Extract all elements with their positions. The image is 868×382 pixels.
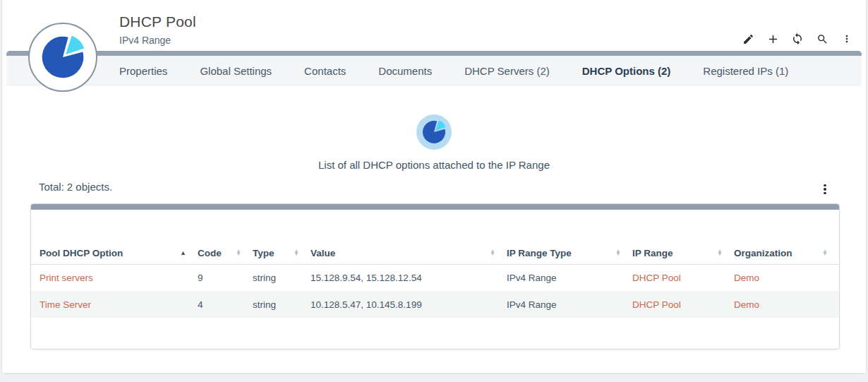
- tab-properties[interactable]: Properties: [119, 65, 167, 77]
- table-menu-button[interactable]: [818, 181, 832, 198]
- sort-ascending-icon[interactable]: ▲: [180, 250, 186, 256]
- value-cell: 15.128.9.54, 15.128.12.54: [311, 264, 507, 291]
- column-header-organization[interactable]: Organization ▲▼: [734, 242, 839, 264]
- total-count: Total: 2 objects.: [39, 181, 112, 193]
- list-description: List of all DHCP options attached to the…: [2, 159, 866, 171]
- value-cell: 10.128.5.47, 10.145.8.199: [311, 291, 507, 318]
- edit-icon: [742, 33, 754, 45]
- column-header-ip-range-type[interactable]: IP Range Type ▲▼: [507, 242, 632, 264]
- ip-range-link[interactable]: DHCP Pool: [632, 273, 681, 283]
- table-header-row: Pool DHCP Option ▲ Code ▲▼: [31, 242, 839, 264]
- pie-chart-icon: [421, 119, 447, 145]
- type-cell: string: [253, 291, 311, 318]
- add-icon: [766, 32, 780, 46]
- kebab-dot: [824, 192, 826, 195]
- page-title: DHCP Pool: [119, 13, 196, 30]
- refresh-button[interactable]: [790, 31, 805, 47]
- tab-global-settings[interactable]: Global Settings: [200, 65, 272, 77]
- tab-strip: Properties Global Settings Contacts Docu…: [6, 56, 862, 86]
- sort-toggle-icon[interactable]: ▲▼: [294, 250, 299, 256]
- tab-bar: Properties Global Settings Contacts Docu…: [2, 51, 866, 86]
- tab-bar-accent: [6, 51, 862, 56]
- sort-toggle-icon[interactable]: ▲▼: [490, 250, 495, 256]
- organization-link[interactable]: Demo: [734, 273, 759, 283]
- sort-toggle-icon[interactable]: ▲▼: [822, 250, 828, 256]
- ip-range-link[interactable]: DHCP Pool: [632, 299, 681, 310]
- search-button[interactable]: [814, 31, 830, 47]
- column-header-type[interactable]: Type ▲▼: [253, 242, 311, 264]
- type-cell: string: [253, 264, 311, 291]
- page-card: DHCP Pool IPv4 Range: [1, 0, 867, 374]
- column-label: Value: [311, 248, 335, 258]
- pool-dhcp-option-link[interactable]: Print servers: [40, 273, 93, 283]
- more-button[interactable]: [839, 31, 855, 47]
- tab-dhcp-servers[interactable]: DHCP Servers (2): [464, 65, 550, 77]
- table-row[interactable]: Print servers 9 string 15.128.9.54, 15.1…: [31, 264, 839, 291]
- list-toolbar: Total: 2 objects.: [39, 181, 838, 199]
- tab-documents[interactable]: Documents: [378, 65, 432, 77]
- column-label: IP Range Type: [507, 248, 572, 258]
- column-header-value[interactable]: Value ▲▼: [311, 242, 507, 264]
- sort-toggle-icon[interactable]: ▲▼: [236, 250, 241, 256]
- kebab-dot: [824, 188, 826, 191]
- total-label: Total:: [39, 181, 64, 193]
- tab-registered-ips[interactable]: Registered IPs (1): [703, 65, 788, 77]
- dhcp-options-table-card: Pool DHCP Option ▲ Code ▲▼: [30, 203, 840, 350]
- sort-toggle-icon[interactable]: ▲▼: [717, 250, 723, 256]
- page-subtitle: IPv4 Range: [119, 35, 196, 46]
- table-horizontal-scrollbar[interactable]: [31, 204, 839, 210]
- code-cell: 9: [198, 264, 253, 291]
- refresh-icon: [791, 32, 804, 45]
- ip-range-type-cell: IPv4 Range: [507, 291, 632, 318]
- object-type-badge: [28, 23, 97, 92]
- pie-chart-icon: [40, 34, 86, 80]
- ip-range-type-cell: IPv4 Range: [507, 264, 632, 291]
- header-actions: [740, 31, 855, 47]
- column-label: Pool DHCP Option: [40, 248, 123, 258]
- column-header-pool-dhcp-option[interactable]: Pool DHCP Option ▲: [31, 242, 198, 264]
- tab-dhcp-options[interactable]: DHCP Options (2): [582, 65, 671, 77]
- search-icon: [816, 33, 828, 45]
- pool-dhcp-option-link[interactable]: Time Server: [40, 299, 91, 310]
- organization-link[interactable]: Demo: [734, 299, 759, 310]
- more-icon: [841, 33, 852, 44]
- page-header: DHCP Pool IPv4 Range: [2, 0, 866, 51]
- title-block: DHCP Pool IPv4 Range: [119, 13, 196, 46]
- column-label: Code: [198, 248, 222, 258]
- sort-toggle-icon[interactable]: ▲▼: [615, 250, 621, 256]
- dhcp-pool-page: DHCP Pool IPv4 Range: [0, 0, 868, 382]
- tab-contacts[interactable]: Contacts: [304, 65, 346, 77]
- column-header-code[interactable]: Code ▲▼: [198, 242, 253, 264]
- code-cell: 4: [198, 291, 253, 318]
- kebab-dot: [824, 184, 826, 187]
- list-header-icon-halo: [416, 114, 452, 150]
- table-row[interactable]: Time Server 4 string 10.128.5.47, 10.145…: [31, 291, 839, 318]
- add-button[interactable]: [765, 31, 780, 47]
- total-value: 2 objects.: [67, 181, 112, 193]
- edit-button[interactable]: [740, 31, 756, 47]
- column-label: Organization: [734, 248, 792, 258]
- tab-content: List of all DHCP options attached to the…: [2, 86, 866, 373]
- column-label: Type: [253, 248, 275, 258]
- dhcp-options-table: Pool DHCP Option ▲ Code ▲▼: [31, 242, 839, 318]
- column-header-ip-range[interactable]: IP Range ▲▼: [632, 242, 734, 264]
- column-label: IP Range: [632, 248, 673, 258]
